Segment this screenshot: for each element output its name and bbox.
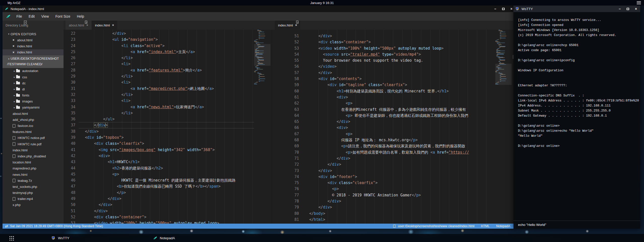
taskbar-item-notepada[interactable]: NotepadA: [153, 234, 175, 242]
code-line[interactable]: <div id="tagline" class="clearfix">: [309, 82, 494, 88]
sidebar-file-mapredirect-php[interactable]: mapredirect.php: [3, 165, 64, 171]
menu-view[interactable]: View: [38, 12, 52, 21]
open-editor-item[interactable]: × index.html: [3, 43, 64, 49]
code-line[interactable]: <li>: [85, 79, 254, 85]
code-line[interactable]: </body>: [309, 211, 494, 217]
code-line[interactable]: 伺服器 IP 地址為： mcs.hkwtc.org</p>: [309, 137, 494, 143]
status-file-path[interactable]: user:/Desktop/screenshot/test/www cleane…: [398, 224, 475, 228]
code-line[interactable]: </div>: [309, 33, 494, 39]
code-line[interactable]: </li>: [85, 73, 254, 79]
code-line[interactable]: </div>: [309, 168, 494, 174]
terminal-output[interactable]: [info] Conencting to arozos WsTTY servic…: [513, 12, 640, 221]
code-line[interactable]: </video>: [309, 63, 494, 70]
minimize-button[interactable]: –: [618, 7, 622, 11]
sidebar-folder-fonts[interactable]: ▸fonts: [3, 92, 64, 98]
code-line[interactable]: <video width="100%" height="500px" autop…: [309, 45, 494, 51]
code-line[interactable]: </div>: [309, 198, 494, 204]
menu-file[interactable]: File: [13, 12, 25, 21]
code-line[interactable]: <div class="container">: [85, 214, 254, 220]
code-line[interactable]: <p> 即使你不是建築師，你也能透過紅石師或鐵路工程師的身份加入我們: [309, 113, 494, 119]
terminal-input[interactable]: echo "Hello World": [513, 221, 640, 229]
close-button[interactable]: ×: [634, 7, 638, 11]
code-line[interactable]: </div>: [85, 30, 254, 37]
taskbar-item-wstty[interactable]: WsTTY: [52, 234, 69, 242]
sidebar-file-index-html[interactable]: index.html: [3, 147, 64, 153]
status-app-name[interactable]: NotepadA: [496, 224, 510, 228]
close-icon[interactable]: ×: [112, 23, 114, 27]
code-line[interactable]: </div>: [309, 70, 494, 76]
close-icon[interactable]: ×: [13, 44, 17, 48]
sidebar-folder-images[interactable]: ▸images: [3, 98, 64, 105]
code-line[interactable]: </li>: [85, 92, 254, 98]
code-line[interactable]: </div>: [85, 122, 254, 128]
code-line[interactable]: Your browser does not support the video …: [309, 57, 494, 63]
menu-help[interactable]: Help: [74, 12, 87, 21]
sidebar-file-hkwtc-notice-pdf[interactable]: HKWTC notice.pdf: [3, 135, 64, 141]
system-brand[interactable]: My ArOZ: [8, 1, 20, 5]
code-line[interactable]: </div>: [309, 204, 494, 210]
code-line[interactable]: <a href="index.html">主頁</a>: [85, 49, 254, 55]
status-file-type[interactable]: HTML: [481, 224, 489, 228]
sidebar-file-index-php-disabled[interactable]: index.php_disabled: [3, 153, 64, 159]
wstty-titlebar[interactable]: WsTTY – ×: [513, 6, 640, 12]
code-line[interactable]: <div>: [309, 94, 494, 100]
code-line[interactable]: </p>: [85, 190, 254, 196]
sidebar-file-testmysql-php[interactable]: testmysql.php: [3, 190, 64, 196]
sidebar-folder-autostation[interactable]: ▸autostation: [3, 68, 64, 74]
editor-pane-left[interactable]: 2223242526272829303132333435363738394041…: [64, 30, 272, 224]
code-line[interactable]: <a href="features.html">簡介</a>: [85, 67, 254, 73]
minimap[interactable]: [254, 30, 270, 90]
code-line[interactable]: <video width="100%" height="500px" autop…: [85, 220, 254, 224]
close-icon[interactable]: ×: [13, 51, 17, 54]
code-line[interactable]: <div class="clearfix">: [309, 180, 494, 186]
maximize-button[interactable]: [627, 8, 629, 10]
code-line[interactable]: </div>: [309, 119, 494, 125]
code-line[interactable]: </div>: [85, 208, 254, 214]
code-area[interactable]: </div> <div class="container"> <video wi…: [309, 30, 494, 224]
close-icon[interactable]: ×: [295, 23, 297, 27]
code-line[interactable]: <div id="topbox">: [85, 134, 254, 141]
code-line[interactable]: <a href="mapredirect.php">網上地圖</a>: [85, 86, 254, 92]
code-line[interactable]: <p>如有問題或需要申請白名單，歡迎加入我們的 <a href="https:/…: [309, 149, 494, 155]
code-line[interactable]: <div>: [85, 153, 254, 159]
maximize-button[interactable]: [502, 8, 505, 10]
code-line[interactable]: <li>: [85, 98, 254, 104]
close-icon[interactable]: ×: [13, 38, 17, 42]
code-line[interactable]: <h2>香港的建築伺服器</h2>: [85, 165, 254, 171]
code-line[interactable]: </html>: [309, 217, 494, 223]
code-line[interactable]: <div class="container">: [309, 39, 494, 45]
minimize-button[interactable]: –: [494, 7, 497, 11]
code-area[interactable]: </div> <ul id="navigation"> <li class="a…: [85, 30, 254, 224]
hamburger-menu-icon[interactable]: [637, 1, 641, 4]
menu-font-size[interactable]: Font Size: [52, 12, 74, 21]
tab-about-html[interactable]: about.html ×: [66, 21, 92, 30]
code-line[interactable]: <h1>HKWTC</h1>: [85, 159, 254, 165]
sidebar-file-location-html[interactable]: location.html: [3, 159, 64, 165]
sidebar-file-features-html[interactable]: features.html: [3, 129, 64, 135]
minimap-viewport[interactable]: [495, 64, 512, 85]
open-editor-item-selected[interactable]: × index.html: [3, 49, 64, 55]
code-line[interactable]: 在香港的Minecraft 伺服器中，多為小遊戲和純生存的伺服器，較少擁有: [309, 107, 494, 113]
code-line[interactable]: <p>: [309, 100, 494, 106]
tab-index-html-right[interactable]: index.html ×: [275, 21, 300, 30]
editor-pane-right[interactable]: 5152535455565758596061626364656667686970…: [272, 30, 516, 224]
open-editors-section[interactable]: ▾ OPEN EDITORS: [3, 31, 64, 37]
code-line[interactable]: <ul id="navigation">: [85, 37, 254, 43]
code-line[interactable]: <li class="active">: [85, 43, 254, 49]
code-line[interactable]: <div id="footer">: [309, 174, 494, 180]
code-line[interactable]: <b>你知道我們全線伺服器已轉用 SSD 了嗎？</b></span>: [85, 183, 254, 189]
minimap[interactable]: [495, 30, 512, 90]
code-line[interactable]: <li>: [85, 61, 254, 67]
code-line[interactable]: <source src="trailer.mp4" type="video/mp…: [309, 51, 494, 57]
menu-edit[interactable]: Edit: [25, 12, 38, 21]
close-button[interactable]: ×: [510, 7, 513, 11]
sidebar-file-hkwtc-rule-pdf[interactable]: HKWTC rule.pdf: [3, 141, 64, 147]
tab-index-html[interactable]: index.html ×: [92, 21, 117, 30]
sidebar-file-about-html[interactable]: about.html: [3, 111, 64, 117]
code-line[interactable]: <img src="images/box.png" height="342" w…: [85, 147, 254, 153]
code-line[interactable]: © 2018 - 2019 HKWTC Animation Gamer</p>: [309, 192, 494, 198]
notepada-titlebar[interactable]: NotepadA - index.html – ×: [3, 6, 516, 12]
sidebar-file-favicon-ico[interactable]: favicon.ico: [3, 123, 64, 129]
code-line[interactable]: <a href="news.html">玩家傳送門</a>: [85, 104, 254, 110]
code-line[interactable]: HKWTC 是一個 Minecraft 的建築伺服器，主要建築計劃包括鐵路: [85, 177, 254, 183]
